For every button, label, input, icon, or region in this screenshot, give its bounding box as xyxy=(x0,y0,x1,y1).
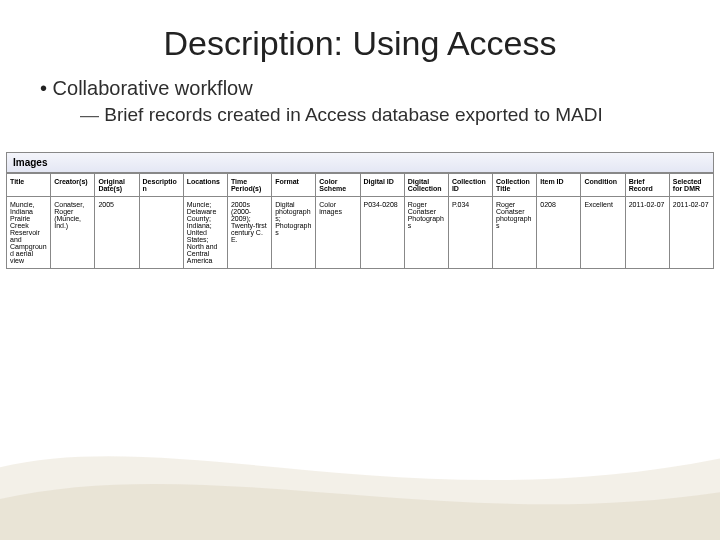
col-selected-dmr: Selected for DMR xyxy=(669,174,713,197)
col-description: Description xyxy=(139,174,183,197)
cell-digital-id: P034-0208 xyxy=(360,197,404,269)
col-collection-id: Collection ID xyxy=(448,174,492,197)
col-time-periods: Time Period(s) xyxy=(227,174,271,197)
col-digital-collection: Digital Collection xyxy=(404,174,448,197)
cell-format: Digital photographs; Photographs xyxy=(272,197,316,269)
cell-locations: Muncie; Delaware County; Indiana; United… xyxy=(183,197,227,269)
records-table: Title Creator(s) Original Date(s) Descri… xyxy=(6,173,714,269)
cell-title: Muncie, Indiana Prairie Creek Reservoir … xyxy=(7,197,51,269)
background-swoosh xyxy=(0,360,720,540)
table-section-label: Images xyxy=(6,152,714,173)
col-brief-record: Brief Record xyxy=(625,174,669,197)
cell-item-id: 0208 xyxy=(537,197,581,269)
table-row: Muncie, Indiana Prairie Creek Reservoir … xyxy=(7,197,714,269)
cell-description xyxy=(139,197,183,269)
cell-time-periods: 2000s (2000-2009); Twenty-first century … xyxy=(227,197,271,269)
col-collection-title: Collection Title xyxy=(493,174,537,197)
col-item-id: Item ID xyxy=(537,174,581,197)
slide-title: Description: Using Access xyxy=(0,24,720,63)
bullet-sub: Brief records created in Access database… xyxy=(104,104,602,125)
col-condition: Condition xyxy=(581,174,625,197)
cell-collection-id: P.034 xyxy=(448,197,492,269)
cell-collection-title: Roger Conatser photographs xyxy=(493,197,537,269)
cell-selected-dmr: 2011-02-07 xyxy=(669,197,713,269)
cell-color-scheme: Color images xyxy=(316,197,360,269)
cell-digital-collection: Roger Conatser Photographs xyxy=(404,197,448,269)
cell-condition: Excellent xyxy=(581,197,625,269)
col-creators: Creator(s) xyxy=(51,174,95,197)
cell-original-dates: 2005 xyxy=(95,197,139,269)
images-table-section: Images Title Creator(s) Original Date(s)… xyxy=(6,152,714,269)
table-header-row: Title Creator(s) Original Date(s) Descri… xyxy=(7,174,714,197)
bullet-main: Collaborative workflow xyxy=(53,77,253,99)
col-color-scheme: Color Scheme xyxy=(316,174,360,197)
col-locations: Locations xyxy=(183,174,227,197)
col-digital-id: Digital ID xyxy=(360,174,404,197)
cell-brief-record: 2011-02-07 xyxy=(625,197,669,269)
col-title: Title xyxy=(7,174,51,197)
cell-creators: Conatser, Roger (Muncie, Ind.) xyxy=(51,197,95,269)
col-original-dates: Original Date(s) xyxy=(95,174,139,197)
col-format: Format xyxy=(272,174,316,197)
bullet-list: Collaborative workflow Brief records cre… xyxy=(40,77,720,126)
